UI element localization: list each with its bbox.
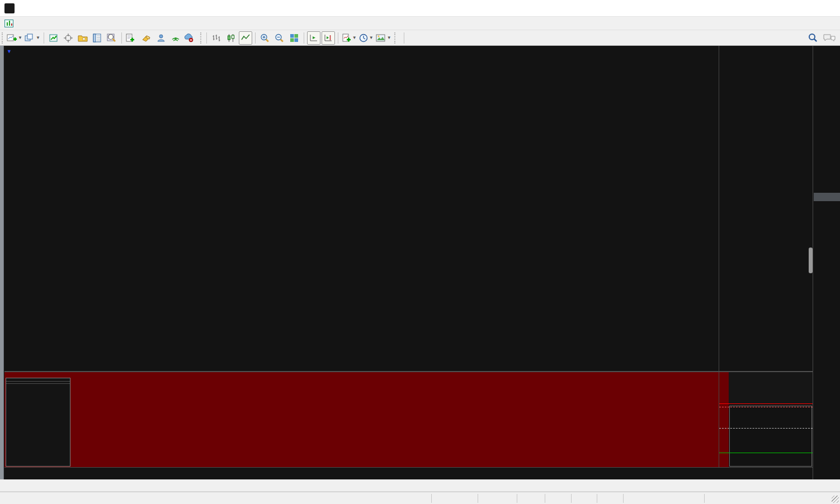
status-profile[interactable] (432, 494, 478, 503)
price-scale (813, 46, 840, 479)
zoom-in-button[interactable] (258, 31, 272, 45)
data-window-button[interactable] (91, 31, 104, 45)
main-chart[interactable]: ▼ (4, 46, 719, 372)
toolbar-grip[interactable] (2, 32, 4, 44)
tile-windows-button[interactable] (287, 31, 301, 45)
pane-splitter[interactable] (4, 371, 813, 372)
community-button[interactable] (154, 31, 168, 45)
chart-tabs-bar (0, 479, 840, 492)
indicators-icon (342, 34, 351, 42)
resize-grip[interactable] (832, 496, 839, 503)
tile-windows-icon (290, 34, 299, 42)
template-icon (376, 34, 386, 42)
folder-star-icon (78, 34, 88, 42)
auto-trading-button[interactable] (183, 31, 198, 45)
chart-document-icon (4, 20, 13, 27)
zoom-out-button[interactable] (273, 31, 286, 45)
crosshair-icon (64, 34, 73, 42)
menu-bar (0, 17, 840, 30)
toolbar: ▼ ▼ (0, 30, 840, 46)
chat-icon[interactable] (823, 34, 836, 42)
minimize-button[interactable] (765, 0, 790, 17)
chart-ohlc-header: ▼ (7, 47, 15, 54)
zoom-out-icon (275, 34, 284, 42)
new-chart-button[interactable]: ▼ (6, 31, 23, 45)
info-panel-price (6, 382, 70, 384)
current-price-tag (814, 193, 840, 201)
candlestick-icon (226, 34, 235, 42)
clock-icon (359, 34, 368, 42)
auto-trading-icon (184, 34, 194, 42)
bar-chart-icon (212, 34, 221, 42)
toolbar-grip[interactable] (394, 32, 397, 44)
indicators-button[interactable]: ▼ (341, 31, 357, 45)
chart-workspace: ▼ (0, 46, 840, 479)
connection-status (705, 495, 716, 502)
mini-charts (719, 46, 813, 371)
signals-button[interactable] (169, 31, 182, 45)
metaeditor-button[interactable] (140, 31, 153, 45)
date-axis[interactable] (4, 467, 813, 479)
profiles-button[interactable]: ▼ (24, 31, 41, 45)
signal-icon (171, 34, 180, 42)
title-bar (0, 0, 840, 17)
close-button[interactable] (815, 0, 840, 17)
search-icon[interactable] (808, 33, 818, 42)
candlestick-chart (4, 46, 719, 372)
metaeditor-icon (141, 34, 152, 42)
auto-scroll-icon (309, 34, 318, 42)
status-help-text (0, 494, 432, 503)
thv-info-panel (6, 378, 70, 467)
new-order-icon (125, 34, 135, 42)
new-order-button[interactable] (125, 31, 139, 45)
mini-panel-scrollbar[interactable] (809, 248, 813, 273)
crosshair-button[interactable] (62, 31, 75, 45)
person-icon (157, 34, 166, 42)
candlestick-mode-button[interactable] (224, 31, 238, 45)
chart-shift-button[interactable] (322, 31, 335, 45)
market-watch-button[interactable] (47, 31, 60, 45)
chart-shift-icon (324, 34, 333, 42)
market-watch-icon (49, 34, 58, 42)
maximize-button[interactable] (790, 0, 815, 17)
trix-curves (4, 372, 719, 467)
strategy-tester-icon (107, 34, 116, 42)
trix-cross-panel (729, 406, 812, 467)
zoom-in-icon (260, 34, 270, 42)
left-border-strip (0, 46, 4, 479)
trix-indicator-pane[interactable] (4, 372, 719, 467)
favorites-button[interactable] (76, 31, 89, 45)
line-chart-icon (241, 34, 250, 42)
periods-button[interactable]: ▼ (358, 31, 374, 45)
bar-chart-mode-button[interactable] (210, 31, 223, 45)
templates-button[interactable]: ▼ (375, 31, 392, 45)
toolbar-grip[interactable] (200, 32, 202, 44)
session-section (719, 372, 813, 467)
line-chart-mode-button[interactable] (239, 31, 252, 45)
mini-charts-panel[interactable] (719, 46, 813, 371)
xm-logo-icon (4, 3, 15, 13)
strategy-tester-button[interactable] (105, 31, 119, 45)
data-window-icon (93, 34, 102, 42)
new-chart-icon (7, 34, 17, 42)
status-bar (0, 492, 840, 504)
auto-scroll-button[interactable] (307, 31, 320, 45)
symbol-dropdown-icon[interactable]: ▼ (7, 49, 12, 54)
profiles-icon (25, 34, 35, 42)
